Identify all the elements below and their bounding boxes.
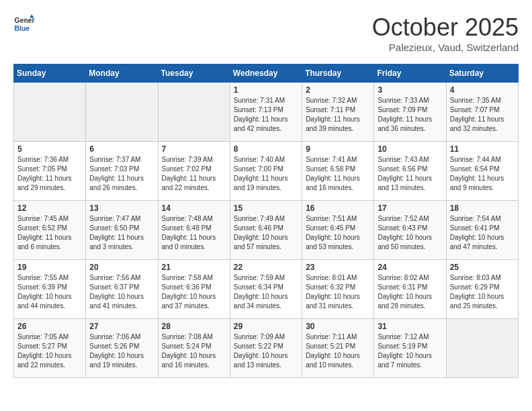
- month-title: October 2025: [372, 13, 519, 42]
- day-info: Sunrise: 7:05 AM Sunset: 5:27 PM Dayligh…: [17, 332, 82, 370]
- weekday-header-friday: Friday: [374, 64, 446, 83]
- calendar-table: SundayMondayTuesdayWednesdayThursdayFrid…: [13, 64, 519, 378]
- calendar-cell: [158, 83, 230, 142]
- svg-text:General: General: [15, 17, 35, 24]
- day-info: Sunrise: 7:35 AM Sunset: 7:07 PM Dayligh…: [450, 96, 515, 134]
- calendar-cell: 2Sunrise: 7:32 AM Sunset: 7:11 PM Daylig…: [302, 83, 374, 142]
- day-info: Sunrise: 8:03 AM Sunset: 6:29 PM Dayligh…: [450, 273, 515, 311]
- day-number: 16: [306, 203, 370, 213]
- day-info: Sunrise: 7:54 AM Sunset: 6:41 PM Dayligh…: [450, 214, 515, 252]
- weekday-header-monday: Monday: [86, 64, 158, 83]
- day-number: 15: [234, 203, 298, 213]
- day-number: 5: [17, 144, 82, 154]
- weekday-header-wednesday: Wednesday: [230, 64, 302, 83]
- logo-icon: General Blue: [13, 13, 35, 35]
- calendar-cell: 30Sunrise: 7:11 AM Sunset: 5:21 PM Dayli…: [302, 319, 374, 378]
- day-info: Sunrise: 7:44 AM Sunset: 6:54 PM Dayligh…: [450, 155, 515, 193]
- day-number: 2: [306, 85, 370, 95]
- logo: General Blue: [13, 13, 35, 35]
- svg-marker-2: [30, 15, 34, 18]
- weekday-header-tuesday: Tuesday: [158, 64, 230, 83]
- calendar-cell: 5Sunrise: 7:36 AM Sunset: 7:05 PM Daylig…: [14, 142, 86, 201]
- day-number: 14: [162, 203, 226, 213]
- page-header: General Blue October 2025 Palezieux, Vau…: [13, 13, 519, 53]
- day-info: Sunrise: 7:43 AM Sunset: 6:56 PM Dayligh…: [378, 155, 442, 193]
- day-info: Sunrise: 7:56 AM Sunset: 6:37 PM Dayligh…: [89, 273, 154, 311]
- day-info: Sunrise: 7:32 AM Sunset: 7:11 PM Dayligh…: [306, 96, 370, 134]
- day-number: 9: [306, 144, 370, 154]
- day-number: 19: [17, 263, 82, 272]
- calendar-cell: 27Sunrise: 7:06 AM Sunset: 5:26 PM Dayli…: [86, 319, 158, 378]
- weekday-header-sunday: Sunday: [14, 64, 86, 83]
- day-number: 17: [378, 203, 442, 213]
- day-number: 13: [89, 203, 154, 213]
- calendar-cell: [86, 83, 158, 142]
- day-number: 6: [89, 144, 154, 154]
- calendar-week-2: 5Sunrise: 7:36 AM Sunset: 7:05 PM Daylig…: [14, 142, 519, 201]
- calendar-cell: 23Sunrise: 8:01 AM Sunset: 6:32 PM Dayli…: [302, 260, 374, 319]
- day-info: Sunrise: 7:58 AM Sunset: 6:36 PM Dayligh…: [162, 273, 226, 311]
- location: Palezieux, Vaud, Switzerland: [372, 42, 519, 53]
- calendar-cell: 3Sunrise: 7:33 AM Sunset: 7:09 PM Daylig…: [374, 83, 446, 142]
- day-info: Sunrise: 8:01 AM Sunset: 6:32 PM Dayligh…: [306, 273, 370, 311]
- weekday-header-row: SundayMondayTuesdayWednesdayThursdayFrid…: [14, 64, 519, 83]
- calendar-cell: 4Sunrise: 7:35 AM Sunset: 7:07 PM Daylig…: [446, 83, 518, 142]
- calendar-header: SundayMondayTuesdayWednesdayThursdayFrid…: [14, 64, 519, 83]
- calendar-cell: 22Sunrise: 7:59 AM Sunset: 6:34 PM Dayli…: [230, 260, 302, 319]
- calendar-cell: 7Sunrise: 7:39 AM Sunset: 7:02 PM Daylig…: [158, 142, 230, 201]
- calendar-cell: [14, 83, 86, 142]
- calendar-cell: 28Sunrise: 7:08 AM Sunset: 5:24 PM Dayli…: [158, 319, 230, 378]
- day-info: Sunrise: 7:12 AM Sunset: 5:19 PM Dayligh…: [378, 332, 442, 370]
- calendar-cell: 21Sunrise: 7:58 AM Sunset: 6:36 PM Dayli…: [158, 260, 230, 319]
- day-number: 26: [17, 322, 82, 331]
- calendar-cell: [446, 319, 518, 378]
- calendar-cell: 29Sunrise: 7:09 AM Sunset: 5:22 PM Dayli…: [230, 319, 302, 378]
- calendar-cell: 1Sunrise: 7:31 AM Sunset: 7:13 PM Daylig…: [230, 83, 302, 142]
- title-block: October 2025 Palezieux, Vaud, Switzerlan…: [372, 13, 519, 53]
- day-info: Sunrise: 7:33 AM Sunset: 7:09 PM Dayligh…: [378, 96, 442, 134]
- day-info: Sunrise: 7:40 AM Sunset: 7:00 PM Dayligh…: [234, 155, 298, 193]
- day-number: 1: [234, 85, 298, 95]
- day-number: 21: [162, 263, 226, 272]
- day-number: 29: [234, 322, 298, 331]
- day-info: Sunrise: 7:11 AM Sunset: 5:21 PM Dayligh…: [306, 332, 370, 370]
- day-info: Sunrise: 8:02 AM Sunset: 6:31 PM Dayligh…: [378, 273, 442, 311]
- day-number: 7: [162, 144, 226, 154]
- day-info: Sunrise: 7:45 AM Sunset: 6:52 PM Dayligh…: [17, 214, 82, 252]
- calendar-cell: 26Sunrise: 7:05 AM Sunset: 5:27 PM Dayli…: [14, 319, 86, 378]
- day-number: 12: [17, 203, 82, 213]
- calendar-cell: 6Sunrise: 7:37 AM Sunset: 7:03 PM Daylig…: [86, 142, 158, 201]
- calendar-cell: 25Sunrise: 8:03 AM Sunset: 6:29 PM Dayli…: [446, 260, 518, 319]
- calendar-cell: 17Sunrise: 7:52 AM Sunset: 6:43 PM Dayli…: [374, 201, 446, 260]
- day-number: 23: [306, 263, 370, 272]
- day-info: Sunrise: 7:06 AM Sunset: 5:26 PM Dayligh…: [89, 332, 154, 370]
- calendar-week-1: 1Sunrise: 7:31 AM Sunset: 7:13 PM Daylig…: [14, 83, 519, 142]
- day-info: Sunrise: 7:51 AM Sunset: 6:45 PM Dayligh…: [306, 214, 370, 252]
- calendar-cell: 8Sunrise: 7:40 AM Sunset: 7:00 PM Daylig…: [230, 142, 302, 201]
- day-info: Sunrise: 7:41 AM Sunset: 6:58 PM Dayligh…: [306, 155, 370, 193]
- calendar-cell: 14Sunrise: 7:48 AM Sunset: 6:48 PM Dayli…: [158, 201, 230, 260]
- day-number: 24: [378, 263, 442, 272]
- day-number: 8: [234, 144, 298, 154]
- day-info: Sunrise: 7:48 AM Sunset: 6:48 PM Dayligh…: [162, 214, 226, 252]
- calendar-cell: 24Sunrise: 8:02 AM Sunset: 6:31 PM Dayli…: [374, 260, 446, 319]
- weekday-header-saturday: Saturday: [446, 64, 518, 83]
- day-info: Sunrise: 7:37 AM Sunset: 7:03 PM Dayligh…: [89, 155, 154, 193]
- day-info: Sunrise: 7:31 AM Sunset: 7:13 PM Dayligh…: [234, 96, 298, 134]
- calendar-cell: 18Sunrise: 7:54 AM Sunset: 6:41 PM Dayli…: [446, 201, 518, 260]
- day-number: 27: [89, 322, 154, 331]
- calendar-cell: 31Sunrise: 7:12 AM Sunset: 5:19 PM Dayli…: [374, 319, 446, 378]
- calendar-cell: 16Sunrise: 7:51 AM Sunset: 6:45 PM Dayli…: [302, 201, 374, 260]
- day-number: 10: [378, 144, 442, 154]
- calendar-week-3: 12Sunrise: 7:45 AM Sunset: 6:52 PM Dayli…: [14, 201, 519, 260]
- calendar-week-5: 26Sunrise: 7:05 AM Sunset: 5:27 PM Dayli…: [14, 319, 519, 378]
- calendar-cell: 9Sunrise: 7:41 AM Sunset: 6:58 PM Daylig…: [302, 142, 374, 201]
- calendar-week-4: 19Sunrise: 7:55 AM Sunset: 6:39 PM Dayli…: [14, 260, 519, 319]
- calendar-cell: 20Sunrise: 7:56 AM Sunset: 6:37 PM Dayli…: [86, 260, 158, 319]
- day-info: Sunrise: 7:47 AM Sunset: 6:50 PM Dayligh…: [89, 214, 154, 252]
- day-info: Sunrise: 7:55 AM Sunset: 6:39 PM Dayligh…: [17, 273, 82, 311]
- calendar-cell: 10Sunrise: 7:43 AM Sunset: 6:56 PM Dayli…: [374, 142, 446, 201]
- day-info: Sunrise: 7:36 AM Sunset: 7:05 PM Dayligh…: [17, 155, 82, 193]
- day-number: 3: [378, 85, 442, 95]
- day-info: Sunrise: 7:39 AM Sunset: 7:02 PM Dayligh…: [162, 155, 226, 193]
